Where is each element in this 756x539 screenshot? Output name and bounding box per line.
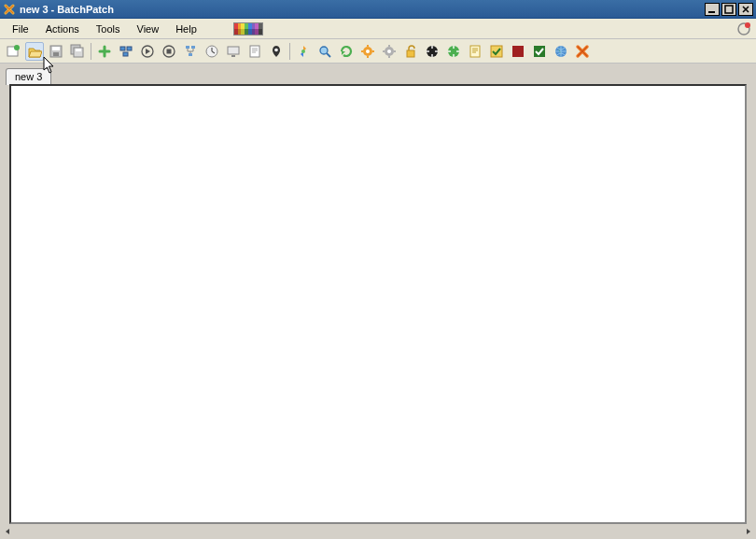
- menu-view[interactable]: View: [129, 21, 168, 36]
- svg-rect-45: [435, 50, 438, 51]
- globe-button[interactable]: [552, 42, 570, 61]
- svg-rect-23: [231, 55, 235, 57]
- svg-point-27: [320, 47, 328, 54]
- svg-rect-50: [456, 50, 459, 51]
- menu-file[interactable]: File: [4, 21, 37, 36]
- save-button[interactable]: [47, 42, 65, 61]
- toolbar-separator: [289, 43, 290, 60]
- clock-button[interactable]: [203, 42, 221, 61]
- svg-rect-1: [725, 6, 733, 13]
- svg-point-29: [366, 50, 370, 53]
- monitor-button[interactable]: [224, 42, 243, 61]
- svg-rect-20: [189, 53, 192, 56]
- svg-rect-13: [127, 47, 132, 50]
- titlebar: new 3 - BatchPatch: [0, 0, 756, 19]
- check-green-button[interactable]: [530, 42, 549, 61]
- svg-rect-22: [228, 47, 239, 54]
- search-button[interactable]: [315, 42, 334, 61]
- delete-button[interactable]: [573, 42, 592, 61]
- check-button[interactable]: [487, 42, 506, 61]
- svg-rect-12: [120, 47, 125, 50]
- network-button[interactable]: [181, 42, 200, 61]
- stop-red-button[interactable]: [509, 42, 527, 61]
- minimize-button[interactable]: [705, 3, 720, 16]
- open-button[interactable]: [25, 42, 44, 61]
- window-title: new 3 - BatchPatch: [20, 4, 705, 15]
- save-all-button[interactable]: [68, 42, 87, 61]
- scroll-right-arrow[interactable]: [743, 526, 754, 537]
- menubar: File Actions Tools View Help: [0, 19, 756, 39]
- close-button[interactable]: [738, 3, 753, 16]
- svg-point-3: [745, 22, 750, 28]
- svg-rect-19: [191, 46, 195, 49]
- svg-rect-53: [512, 46, 524, 57]
- new-grid-button[interactable]: [4, 42, 22, 61]
- content-area: [9, 84, 747, 524]
- pin-button[interactable]: [267, 42, 286, 61]
- svg-rect-51: [470, 46, 480, 57]
- tab-strip: new 3: [0, 64, 756, 84]
- tab-active[interactable]: new 3: [6, 68, 51, 85]
- refresh-button[interactable]: [337, 42, 356, 61]
- sync-button[interactable]: [294, 42, 313, 61]
- svg-rect-43: [431, 54, 432, 57]
- menu-help[interactable]: Help: [167, 21, 205, 36]
- svg-point-25: [274, 48, 278, 51]
- menu-actions[interactable]: Actions: [37, 21, 88, 36]
- svg-point-26: [301, 50, 305, 53]
- stop-button[interactable]: [160, 42, 178, 61]
- script-button[interactable]: [466, 42, 484, 61]
- add-button[interactable]: [95, 42, 114, 61]
- play-button[interactable]: [138, 42, 157, 61]
- svg-rect-18: [186, 46, 189, 49]
- svg-rect-44: [427, 50, 429, 51]
- window-controls: [705, 3, 753, 16]
- svg-rect-7: [52, 47, 60, 50]
- loading-green-icon[interactable]: [444, 42, 463, 61]
- svg-rect-47: [453, 46, 454, 49]
- svg-rect-42: [431, 46, 432, 49]
- horizontal-scroll: [2, 526, 754, 537]
- gear-orange-button[interactable]: [358, 42, 377, 61]
- notification-icon[interactable]: [735, 21, 752, 37]
- toolbar: [0, 39, 756, 64]
- svg-rect-11: [76, 49, 81, 51]
- svg-point-35: [387, 50, 391, 53]
- svg-rect-14: [123, 52, 128, 56]
- svg-rect-49: [448, 50, 451, 51]
- loading-black-icon[interactable]: [423, 42, 441, 61]
- report-button[interactable]: [245, 42, 264, 61]
- gear-gray-button[interactable]: [380, 42, 399, 61]
- svg-rect-40: [407, 50, 414, 57]
- maximize-button[interactable]: [721, 3, 736, 16]
- svg-rect-8: [53, 52, 59, 56]
- svg-rect-52: [491, 46, 502, 57]
- hosts-button[interactable]: [117, 42, 135, 61]
- svg-rect-17: [167, 49, 172, 53]
- toolbar-separator: [91, 43, 91, 60]
- menu-tools[interactable]: Tools: [88, 21, 129, 36]
- svg-rect-54: [534, 46, 545, 57]
- app-icon: [3, 3, 16, 16]
- scroll-left-arrow[interactable]: [2, 526, 13, 537]
- svg-point-5: [14, 45, 20, 50]
- color-palette-icon[interactable]: [233, 22, 263, 35]
- unlock-button[interactable]: [401, 42, 420, 61]
- svg-rect-24: [250, 46, 259, 57]
- svg-rect-48: [453, 54, 454, 57]
